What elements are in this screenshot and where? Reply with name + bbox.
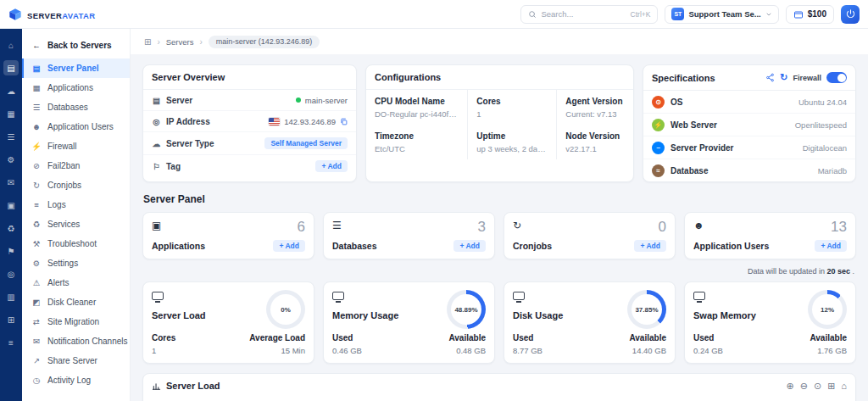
search-input[interactable] xyxy=(541,9,614,19)
config-node-version: Node Versionv22.17.1 xyxy=(556,125,633,159)
server-name: main-server xyxy=(305,96,348,105)
rail-icon-apps[interactable]: ▦ xyxy=(3,106,19,121)
server-provider-value: Digitalocean xyxy=(803,143,847,153)
chevron-down-icon xyxy=(765,11,772,18)
add-tag-button[interactable]: + Add xyxy=(315,160,348,172)
rail-icon-databases[interactable]: ☰ xyxy=(3,129,19,144)
sidebar-item-notification-channels[interactable]: ✉Notification Channels xyxy=(22,331,130,351)
breadcrumb-separator: › xyxy=(199,37,202,47)
rail-icon-home[interactable]: ⌂ xyxy=(3,37,19,53)
spec-row-os: ⊙OS Ubuntu 24.04 xyxy=(643,91,855,114)
grid-icon[interactable]: ⊞ xyxy=(144,37,151,47)
search-icon xyxy=(528,10,537,19)
sidebar-item-alerts[interactable]: ⚠Alerts xyxy=(22,273,130,292)
add-application-button[interactable]: + Add xyxy=(273,240,305,252)
metric-card-server-load: 0% Server Load Cores1 Average Load15 Min xyxy=(142,281,314,364)
status-dot xyxy=(296,97,301,103)
add-database-button[interactable]: + Add xyxy=(453,240,486,252)
sidebar-item-services[interactable]: ♻Services xyxy=(22,214,130,234)
rail-icon-cloud[interactable]: ☁ xyxy=(3,83,19,98)
sidebar-item-label: Fail2ban xyxy=(47,161,80,170)
row-label: Tag xyxy=(166,162,181,171)
row-label: Database xyxy=(670,166,708,175)
sidebar-item-label: Settings xyxy=(47,259,78,268)
user-menu[interactable]: ST Support Team Se... xyxy=(665,5,778,24)
share-server-icon: ↗ xyxy=(31,356,42,365)
rail-icon-flag[interactable]: ⚑ xyxy=(3,243,19,259)
rail-icon-servers[interactable]: ▤ xyxy=(3,60,19,75)
breadcrumb-servers-link[interactable]: Servers xyxy=(166,37,194,47)
sidebar-item-label: Disk Cleaner xyxy=(47,298,96,307)
sidebar-item-settings[interactable]: ⚙Settings xyxy=(22,253,130,273)
metric-card-swap-memory: 12% Swap Memory Used0.24 GB Available1.7… xyxy=(684,281,856,364)
location-icon: ◎ xyxy=(152,117,161,126)
rail-icon-grid[interactable]: ⊞ xyxy=(3,312,19,327)
sidebar-item-troubleshoot[interactable]: ⚒Troubleshoot xyxy=(22,234,130,253)
cronjobs-count: 0 xyxy=(659,220,666,234)
users-icon: ☻ xyxy=(31,122,42,131)
brand-text: SERVERAVATAR xyxy=(27,7,95,22)
brand-logo[interactable]: SERVERAVATAR xyxy=(8,7,136,22)
chart-plot-area[interactable]: 1.00 xyxy=(152,398,847,401)
troubleshoot-icon: ⚒ xyxy=(31,239,42,248)
firewall-toggle[interactable] xyxy=(826,72,847,83)
rail-icon-mail[interactable]: ✉ xyxy=(3,175,19,190)
sidebar-item-logs[interactable]: ≡Logs xyxy=(22,195,130,214)
card-title: Specifications xyxy=(652,73,715,83)
sidebar-item-site-migration[interactable]: ⇄Site Migration xyxy=(22,312,130,331)
sidebar-item-applications[interactable]: ▦Applications xyxy=(22,78,130,97)
selection-zoom-icon[interactable]: ⊙ xyxy=(814,382,821,391)
user-avatar: ST xyxy=(671,8,684,20)
sidebar-item-application-users[interactable]: ☻Application Users xyxy=(22,117,130,136)
rail-icon-monitor[interactable]: ◎ xyxy=(3,266,19,281)
mariadb-icon: ≈ xyxy=(652,164,665,177)
sidebar-item-activity-log[interactable]: ◷Activity Log xyxy=(22,370,130,390)
sidebar-item-disk-cleaner[interactable]: ◩Disk Cleaner xyxy=(22,292,130,312)
sidebar-item-label: Application Users xyxy=(47,122,114,131)
zoom-out-icon[interactable]: ⊖ xyxy=(800,382,808,391)
add-application-user-button[interactable]: + Add xyxy=(815,240,847,252)
panning-icon[interactable]: ⊞ xyxy=(827,382,835,391)
sidebar-item-share-server[interactable]: ↗Share Server xyxy=(22,351,130,370)
applications-icon: ▣ xyxy=(152,220,161,231)
sidebar-item-databases[interactable]: ☰Databases xyxy=(22,97,130,117)
stat-card-application-users[interactable]: ☻13 Application Users+ Add xyxy=(684,212,856,259)
sidebar-item-cronjobs[interactable]: ↻Cronjobs xyxy=(22,175,130,195)
os-value: Ubuntu 24.04 xyxy=(798,97,847,107)
rail-icon-panel[interactable]: ▣ xyxy=(3,198,19,213)
spec-row-server-provider: ~Server Provider Digitalocean xyxy=(643,136,855,159)
databases-icon: ☰ xyxy=(332,220,342,231)
sidebar-item-back-to-servers[interactable]: ←Back to Servers xyxy=(22,36,130,55)
sidebar-item-label: Share Server xyxy=(47,356,97,365)
firewall-icon: ⚡ xyxy=(31,142,42,151)
notification-channels-icon: ✉ xyxy=(31,337,42,346)
sidebar-item-fail2ban[interactable]: ⊘Fail2ban xyxy=(22,156,130,175)
back-arrow-icon: ← xyxy=(31,41,42,50)
sidebar-item-firewall[interactable]: ⚡Firewall xyxy=(22,136,130,156)
copy-icon[interactable] xyxy=(340,118,348,125)
rail-icon-settings[interactable]: ⚙ xyxy=(3,152,19,167)
refresh-icon[interactable]: ↻ xyxy=(780,72,787,83)
rail-icon-services[interactable]: ♻ xyxy=(3,220,19,236)
gauge-percent: 37.85% xyxy=(627,290,666,329)
sidebar-item-server-panel[interactable]: ▤Server Panel xyxy=(22,58,130,78)
share-icon[interactable] xyxy=(765,73,775,82)
sidebar-item-label: Activity Log xyxy=(47,376,91,385)
gauge-percent: 48.89% xyxy=(447,290,486,329)
power-button[interactable] xyxy=(841,5,860,24)
add-cronjob-button[interactable]: + Add xyxy=(634,240,666,252)
server-overview-card: Server Overview ▤Server main-server ◎IP … xyxy=(142,64,357,182)
wallet-icon xyxy=(793,9,804,19)
stat-label: Databases xyxy=(332,241,377,251)
cloud-icon: ☁ xyxy=(152,139,161,148)
zoom-in-icon[interactable]: ⊕ xyxy=(786,382,793,391)
rail-icon-logs[interactable]: ▥ xyxy=(3,289,19,304)
rail-icon-list[interactable]: ≡ xyxy=(3,335,19,350)
stat-label: Application Users xyxy=(693,241,769,251)
reset-zoom-icon[interactable]: ⌂ xyxy=(841,382,847,391)
stat-card-applications[interactable]: ▣6 Applications+ Add xyxy=(142,212,314,259)
search-box[interactable]: Ctrl+K xyxy=(520,5,658,24)
stat-card-databases[interactable]: ☰3 Databases+ Add xyxy=(323,212,495,259)
balance-button[interactable]: $100 xyxy=(786,5,834,24)
stat-card-cronjobs[interactable]: ↻0 Cronjobs+ Add xyxy=(504,212,676,259)
